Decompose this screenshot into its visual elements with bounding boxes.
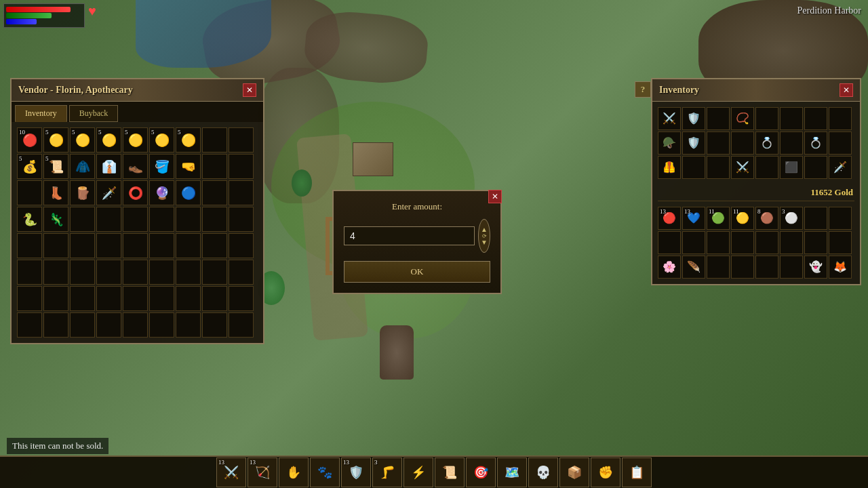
action-button-3[interactable]: 🐾 bbox=[310, 458, 340, 487]
vendor-grid-cell[interactable]: 10🔴 bbox=[17, 127, 42, 152]
inventory-grid-cell[interactable]: 🪖 bbox=[658, 131, 681, 155]
vendor-grid-cell[interactable] bbox=[70, 207, 95, 232]
spin-down-button[interactable]: ▼ bbox=[481, 239, 488, 246]
inventory-bottom-grid-cell[interactable] bbox=[658, 231, 681, 254]
inventory-grid-cell[interactable] bbox=[707, 131, 730, 155]
inventory-bottom-grid-cell[interactable] bbox=[780, 231, 803, 254]
vendor-grid-cell[interactable] bbox=[176, 260, 201, 285]
inventory-grid-cell[interactable]: ⚔️ bbox=[731, 156, 754, 179]
vendor-grid-cell[interactable] bbox=[202, 127, 227, 152]
action-button-9[interactable]: 🗺️ bbox=[497, 458, 527, 487]
vendor-grid-cell[interactable] bbox=[96, 260, 121, 285]
vendor-grid-cell[interactable] bbox=[43, 286, 68, 311]
inventory-bottom-grid-cell[interactable] bbox=[804, 207, 827, 230]
inventory-bottom-grid-cell[interactable]: 11🟡 bbox=[731, 207, 754, 230]
inventory-bottom-grid-cell[interactable] bbox=[804, 231, 827, 254]
inventory-bottom-grid-cell[interactable]: 3⚪ bbox=[780, 207, 803, 230]
vendor-grid-cell[interactable] bbox=[229, 286, 254, 311]
inventory-grid-cell[interactable] bbox=[804, 156, 827, 179]
inventory-bottom-grid-cell[interactable]: 🦊 bbox=[829, 256, 852, 279]
action-button-12[interactable]: ✊ bbox=[591, 458, 620, 487]
inventory-grid-cell[interactable] bbox=[682, 156, 705, 179]
vendor-grid-cell[interactable] bbox=[229, 260, 254, 285]
vendor-grid-cell[interactable] bbox=[176, 207, 201, 232]
vendor-grid-cell[interactable]: 5💰 bbox=[17, 154, 42, 179]
vendor-grid-cell[interactable]: 🪵 bbox=[70, 180, 95, 205]
inventory-bottom-grid-cell[interactable]: 🪶 bbox=[682, 256, 705, 279]
vendor-grid-cell[interactable] bbox=[229, 233, 254, 258]
vendor-grid-cell[interactable] bbox=[17, 312, 42, 338]
vendor-grid-cell[interactable] bbox=[229, 312, 254, 338]
inventory-grid-cell[interactable]: 🛡️ bbox=[682, 131, 705, 155]
tab-buyback[interactable]: Buyback bbox=[69, 105, 119, 122]
vendor-grid-cell[interactable] bbox=[17, 286, 42, 311]
vendor-grid-cell[interactable] bbox=[202, 207, 227, 232]
vendor-grid-cell[interactable] bbox=[43, 233, 68, 258]
vendor-grid-cell[interactable]: 🗡️ bbox=[96, 180, 121, 205]
inventory-grid-cell[interactable] bbox=[780, 131, 803, 155]
inventory-grid-cell[interactable]: 🦺 bbox=[658, 156, 681, 179]
vendor-grid-cell[interactable] bbox=[70, 260, 95, 285]
vendor-grid-cell[interactable]: 👢 bbox=[43, 180, 68, 205]
vendor-grid-cell[interactable]: 5🟡 bbox=[123, 127, 148, 152]
inventory-grid-cell[interactable] bbox=[755, 107, 778, 130]
vendor-grid-cell[interactable] bbox=[123, 207, 148, 232]
action-button-4[interactable]: 13🛡️ bbox=[341, 458, 371, 487]
vendor-grid-cell[interactable]: 🤜 bbox=[176, 154, 201, 179]
action-button-2[interactable]: ✋ bbox=[279, 458, 309, 487]
inventory-grid-cell[interactable] bbox=[804, 107, 827, 130]
vendor-grid-cell[interactable] bbox=[123, 286, 148, 311]
vendor-grid-cell[interactable] bbox=[149, 233, 174, 258]
inventory-grid-cell[interactable] bbox=[707, 107, 730, 130]
vendor-grid-cell[interactable] bbox=[70, 312, 95, 338]
vendor-grid-cell[interactable] bbox=[202, 260, 227, 285]
inventory-grid-cell[interactable]: 🗡️ bbox=[829, 156, 852, 179]
vendor-grid-cell[interactable]: 🧥 bbox=[70, 154, 95, 179]
vendor-grid-cell[interactable] bbox=[96, 286, 121, 311]
inventory-grid-cell[interactable]: 💍 bbox=[804, 131, 827, 155]
action-button-1[interactable]: 13🏹 bbox=[248, 458, 277, 487]
inventory-bottom-grid-cell[interactable]: 11🟢 bbox=[707, 207, 730, 230]
ok-button[interactable]: OK bbox=[344, 261, 490, 283]
amount-input[interactable] bbox=[344, 226, 475, 245]
vendor-grid-cell[interactable] bbox=[202, 233, 227, 258]
vendor-grid-cell[interactable]: 👔 bbox=[96, 154, 121, 179]
inventory-grid-cell[interactable]: 🛡️ bbox=[682, 107, 705, 130]
vendor-grid-cell[interactable] bbox=[229, 154, 254, 179]
vendor-grid-cell[interactable] bbox=[202, 154, 227, 179]
inventory-grid-cell[interactable]: 📿 bbox=[731, 107, 754, 130]
vendor-grid-cell[interactable] bbox=[149, 286, 174, 311]
inventory-bottom-grid-cell[interactable] bbox=[755, 231, 778, 254]
vendor-grid-cell[interactable]: 5🟡 bbox=[176, 127, 201, 152]
vendor-grid-cell[interactable] bbox=[43, 312, 68, 338]
action-button-7[interactable]: 📜 bbox=[435, 458, 465, 487]
action-button-5[interactable]: 3🦵 bbox=[372, 458, 402, 487]
inventory-grid-cell[interactable]: ⚔️ bbox=[658, 107, 681, 130]
vendor-grid-cell[interactable] bbox=[229, 180, 254, 205]
vendor-grid-cell[interactable]: 5🟡 bbox=[43, 127, 68, 152]
vendor-grid-cell[interactable] bbox=[17, 180, 42, 205]
inventory-bottom-grid-cell[interactable] bbox=[829, 207, 852, 230]
inventory-grid-cell[interactable] bbox=[755, 156, 778, 179]
inventory-bottom-grid-cell[interactable]: 13🔴 bbox=[658, 207, 681, 230]
vendor-grid-cell[interactable] bbox=[176, 312, 201, 338]
vendor-close-button[interactable]: ✕ bbox=[243, 83, 256, 97]
spin-up-button[interactable]: ▲ bbox=[481, 226, 488, 233]
inventory-bottom-grid-cell[interactable] bbox=[780, 256, 803, 279]
vendor-grid-cell[interactable] bbox=[17, 233, 42, 258]
action-button-11[interactable]: 📦 bbox=[559, 458, 589, 487]
inventory-bottom-grid-cell[interactable]: 13💙 bbox=[682, 207, 705, 230]
inventory-grid-cell[interactable] bbox=[780, 107, 803, 130]
vendor-grid-cell[interactable] bbox=[176, 233, 201, 258]
spin-control[interactable]: ▲ ⟳ ▼ bbox=[478, 219, 490, 253]
vendor-grid-cell[interactable] bbox=[70, 286, 95, 311]
inventory-bottom-grid-cell[interactable] bbox=[731, 231, 754, 254]
vendor-grid-cell[interactable] bbox=[123, 260, 148, 285]
action-button-13[interactable]: 📋 bbox=[622, 458, 652, 487]
vendor-grid-cell[interactable] bbox=[123, 312, 148, 338]
help-button[interactable]: ? bbox=[635, 81, 651, 98]
vendor-grid-cell[interactable] bbox=[70, 233, 95, 258]
vendor-grid-cell[interactable] bbox=[202, 180, 227, 205]
inventory-grid-cell[interactable] bbox=[829, 107, 852, 130]
vendor-grid-cell[interactable] bbox=[176, 286, 201, 311]
